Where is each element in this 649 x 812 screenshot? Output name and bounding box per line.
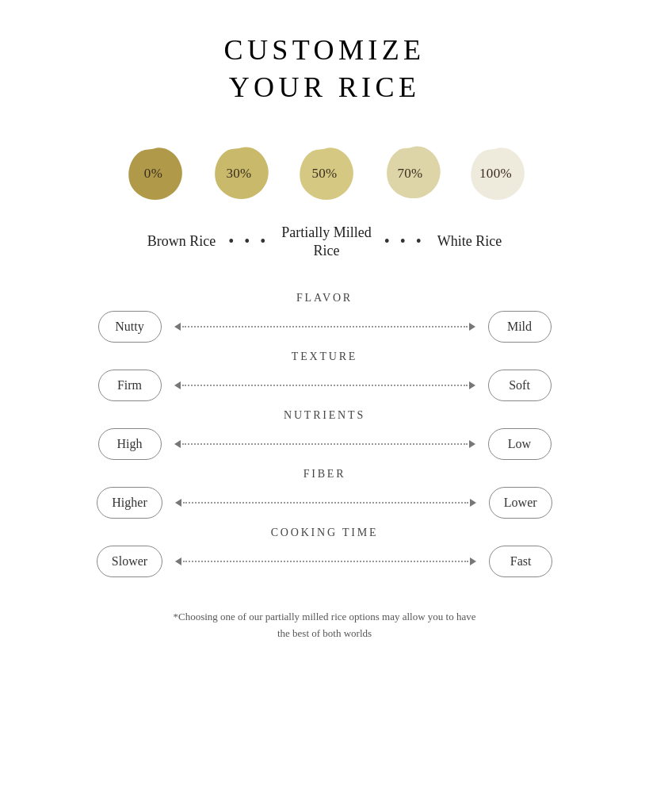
cooking-time-content: Slower Fast bbox=[48, 546, 602, 577]
cooking-time-arrow bbox=[175, 561, 476, 562]
cooking-time-right-pill: Fast bbox=[489, 546, 552, 577]
comparison-section: FLAVOR Nutty Mild TEXTURE Firm bbox=[48, 292, 602, 585]
texture-arrow-right bbox=[469, 381, 475, 389]
texture-arrow bbox=[174, 385, 475, 386]
texture-row: TEXTURE Firm Soft bbox=[48, 350, 602, 401]
page-title: CUSTOMIZE YOUR RICE bbox=[224, 32, 426, 106]
partially-milled-label: Partially MilledRice bbox=[281, 224, 371, 261]
rice-blobs-row: 0% 30% 50% 70% bbox=[118, 138, 532, 209]
flavor-content: Nutty Mild bbox=[48, 311, 602, 343]
flavor-arrow-left bbox=[174, 323, 181, 331]
flavor-category: FLAVOR bbox=[296, 292, 353, 304]
blob-30-label: 30% bbox=[226, 166, 251, 182]
fiber-category: FIBER bbox=[304, 468, 346, 481]
fiber-arrow-left bbox=[175, 499, 181, 507]
rice-labels-row: Brown Rice • • • Partially MilledRice • … bbox=[55, 224, 594, 261]
nutrients-right-pill: Low bbox=[488, 428, 552, 460]
texture-left-pill: Firm bbox=[98, 370, 162, 401]
texture-content: Firm Soft bbox=[48, 370, 602, 401]
blob-0: 0% bbox=[118, 138, 189, 209]
fiber-arrow bbox=[175, 502, 476, 504]
flavor-arrow bbox=[174, 326, 475, 327]
nutrients-category: NUTRIENTS bbox=[284, 409, 365, 422]
nutrients-content: High Low bbox=[48, 428, 602, 460]
blob-100-container: 100% bbox=[460, 138, 532, 209]
nutrients-row: NUTRIENTS High Low bbox=[48, 409, 602, 460]
flavor-right-pill: Mild bbox=[488, 311, 552, 343]
fiber-row: FIBER Higher Lower bbox=[48, 468, 602, 519]
blob-0-container: 0% bbox=[118, 138, 189, 209]
blob-30: 30% bbox=[204, 138, 275, 209]
nutrients-arrow bbox=[174, 443, 475, 445]
blob-0-label: 0% bbox=[144, 166, 162, 182]
cooking-time-left-pill: Slower bbox=[97, 546, 162, 577]
texture-arrow-left bbox=[174, 381, 181, 389]
nutrients-arrow-left bbox=[174, 440, 181, 448]
fiber-left-pill: Higher bbox=[97, 487, 162, 519]
right-dots-separator: • • • bbox=[384, 232, 425, 251]
blob-50-container: 50% bbox=[289, 138, 361, 209]
blob-100: 100% bbox=[460, 138, 532, 209]
white-rice-label: White Rice bbox=[437, 233, 502, 250]
fiber-content: Higher Lower bbox=[48, 487, 602, 519]
blob-50: 50% bbox=[289, 138, 361, 209]
blob-50-label: 50% bbox=[311, 166, 337, 182]
blob-100-label: 100% bbox=[479, 166, 512, 182]
flavor-row: FLAVOR Nutty Mild bbox=[48, 292, 602, 343]
blob-30-container: 30% bbox=[204, 138, 275, 209]
cooking-time-category: COOKING TIME bbox=[271, 527, 379, 539]
flavor-left-pill: Nutty bbox=[98, 311, 162, 343]
cooking-time-arrow-left bbox=[175, 557, 181, 565]
blob-70: 70% bbox=[375, 138, 446, 209]
texture-category: TEXTURE bbox=[292, 350, 357, 363]
cooking-time-arrow-right bbox=[470, 557, 476, 565]
brown-rice-label: Brown Rice bbox=[147, 233, 216, 250]
nutrients-left-pill: High bbox=[98, 428, 162, 460]
fiber-right-pill: Lower bbox=[489, 487, 552, 519]
cooking-time-row: COOKING TIME Slower Fast bbox=[48, 527, 602, 577]
blob-70-label: 70% bbox=[397, 166, 422, 182]
flavor-arrow-right bbox=[469, 323, 475, 331]
blob-70-container: 70% bbox=[375, 138, 446, 209]
fiber-arrow-right bbox=[470, 499, 476, 507]
footnote: *Choosing one of our partially milled ri… bbox=[166, 609, 483, 642]
nutrients-arrow-right bbox=[469, 440, 475, 448]
left-dots-separator: • • • bbox=[228, 232, 269, 251]
texture-right-pill: Soft bbox=[488, 370, 552, 401]
